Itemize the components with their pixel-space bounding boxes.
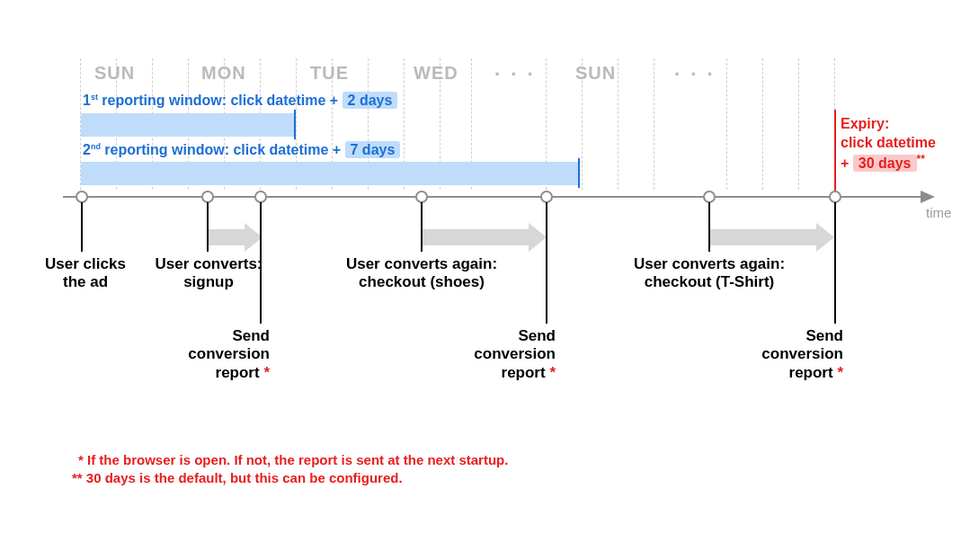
footnote-2-text: 30 days is the default, but this can be … [86, 470, 403, 485]
window2-value: 7 days [345, 141, 401, 158]
event-signup: User converts: signup [146, 255, 271, 292]
event-shoes-l1: User converts again: [346, 255, 497, 272]
footnote-1-stars: * [78, 452, 87, 467]
stem-report-2 [546, 202, 547, 324]
report2-l1: Send [518, 327, 556, 344]
grid-line [798, 58, 799, 190]
footnote-1: * If the browser is open. If not, the re… [78, 452, 508, 467]
event-signup-l1: User converts: [155, 255, 262, 272]
axis-tick-report3 [829, 191, 841, 203]
event-shoes: User converts again: checkout (shoes) [327, 255, 516, 292]
day-label-dots1: · · · [494, 63, 536, 86]
window1-ord: st [91, 93, 98, 102]
window1-value: 2 days [343, 92, 398, 109]
report2-l3: report [502, 364, 550, 381]
grid-line [762, 58, 763, 190]
reporting-window-2-label: 2nd reporting window: click datetime + 7… [83, 142, 400, 158]
reporting-window-2-bar [81, 162, 580, 185]
window1-text: reporting window: click datetime + [98, 93, 343, 108]
time-axis-arrow-icon [921, 191, 935, 203]
reporting-window-1-label: 1st reporting window: click datetime + 2… [83, 93, 397, 109]
expiry-plus: + [841, 156, 853, 171]
day-label-wed: WED [414, 63, 458, 84]
report2-l2: conversion [474, 345, 556, 362]
expiry-line2: click datetime [841, 135, 936, 150]
report-2: Send conversion report * [448, 327, 556, 382]
event-signup-l2: signup [183, 273, 234, 290]
axis-tick-report2 [540, 191, 553, 203]
flow-arrow-3 [710, 223, 834, 252]
event-click: User clicks the ad [36, 255, 135, 292]
window2-prefix: 2 [83, 142, 91, 157]
grid-line [654, 58, 654, 190]
stem-shoes [421, 202, 423, 252]
window2-ord: nd [91, 142, 101, 151]
day-label-sun1: SUN [94, 63, 135, 84]
event-click-l1: User clicks [45, 255, 126, 272]
reporting-window-2-end [578, 158, 580, 188]
grid-line [618, 58, 618, 190]
expiry-label: Expiry: click datetime + 30 days** [841, 115, 936, 173]
event-tshirt: User converts again: checkout (T-Shirt) [615, 255, 804, 292]
report-1: Send conversion report * [162, 327, 270, 382]
stem-report-3 [834, 202, 836, 324]
footnote-1-text: If the browser is open. If not, the repo… [87, 452, 508, 467]
report3-l3: report [789, 364, 838, 381]
stem-tshirt [708, 202, 710, 252]
expiry-line [834, 110, 836, 192]
report3-star: * [837, 364, 843, 381]
report3-l1: Send [805, 327, 843, 344]
report2-star: * [549, 364, 556, 381]
flow-arrow-2 [423, 223, 547, 252]
report1-l2: conversion [188, 345, 270, 362]
reporting-window-1-bar [81, 113, 296, 137]
day-label-dots2: · · · [674, 63, 716, 86]
time-axis-label: time [926, 205, 951, 220]
report1-l1: Send [232, 327, 270, 344]
footnote-2: ** 30 days is the default, but this can … [72, 470, 403, 485]
stem-click [81, 202, 83, 252]
expiry-stars: ** [917, 153, 925, 165]
axis-tick-tshirt [703, 191, 716, 203]
event-tshirt-l2: checkout (T-Shirt) [645, 273, 775, 290]
axis-tick-click [76, 191, 88, 203]
report3-l2: conversion [761, 345, 843, 362]
event-tshirt-l1: User converts again: [634, 255, 785, 272]
axis-tick-signup [201, 191, 214, 203]
window2-text: reporting window: click datetime + [101, 142, 345, 157]
time-axis [63, 196, 922, 198]
report-3: Send conversion report * [735, 327, 843, 382]
day-label-sun2: SUN [575, 63, 616, 84]
stem-signup [207, 202, 209, 252]
stem-report-1 [260, 202, 262, 324]
expiry-value: 30 days [853, 155, 917, 172]
footnote-2-stars: ** [72, 470, 86, 485]
window1-prefix: 1 [83, 93, 91, 108]
day-label-mon: MON [201, 63, 246, 84]
report1-star: * [263, 364, 270, 381]
axis-tick-report1 [254, 191, 267, 203]
flow-arrow-1 [209, 223, 263, 252]
event-shoes-l2: checkout (shoes) [359, 273, 485, 290]
day-label-tue: TUE [310, 63, 349, 84]
grid-line [726, 58, 727, 190]
event-click-l2: the ad [63, 273, 108, 290]
report1-l3: report [216, 364, 264, 381]
axis-tick-shoes [415, 191, 428, 203]
reporting-window-1-end [294, 110, 296, 139]
expiry-title: Expiry: [841, 116, 889, 131]
